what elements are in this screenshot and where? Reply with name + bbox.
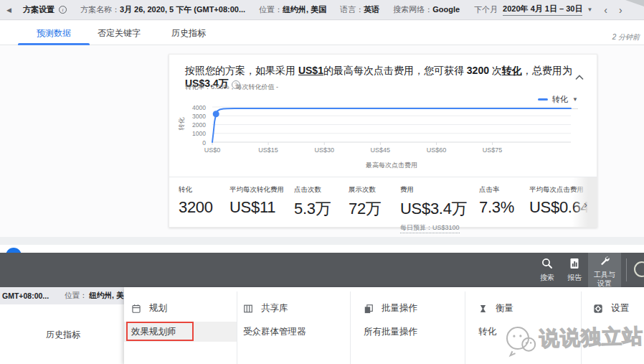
tools-label-line1: 工具与: [588, 271, 621, 279]
headline-cpc-value: US$1: [298, 65, 323, 76]
x-tick-label: US$0: [196, 146, 228, 154]
menu-header-label: 批量操作: [382, 302, 417, 314]
y-tick-label: 1000: [192, 130, 206, 137]
menu-item-audience-manager[interactable]: 受众群体管理器: [243, 326, 306, 338]
legend-label: 转化: [552, 94, 568, 105]
metric-conversions: 转化 3200: [179, 185, 213, 217]
page-title: 方案设置: [23, 4, 55, 15]
tab-bar: 预测数据 否定关键字 历史指标: [0, 21, 644, 45]
top-navigation-dark-bar: 搜索 报告 工具与 设置: [0, 253, 644, 287]
chart-y-ticks: 01000200030004000: [169, 107, 208, 145]
menu-item-all-bulk-actions[interactable]: 所有批量操作: [364, 326, 417, 338]
headline-text: 的最高每次点击费用，您可获得: [323, 65, 467, 76]
settings-icon: [593, 304, 603, 314]
y-tick-label: 3000: [192, 113, 206, 120]
x-tick-label: US$30: [308, 146, 340, 154]
plan-name-field[interactable]: 方案名称：3月 26, 2020, 5 下午 (GMT+08:00...: [80, 4, 245, 15]
y-tick-label: 4000: [192, 104, 206, 111]
background-topbar-strip: GMT+08:00... 位置： 纽约州, 美: [0, 287, 124, 304]
metric-label: 费用: [400, 185, 467, 195]
x-tick-label: US$15: [252, 146, 284, 154]
metric-clicks: 点击次数 5.3万: [294, 185, 331, 220]
stitch-strip-gray: [0, 237, 644, 245]
prev-icon[interactable]: ‹: [604, 6, 607, 14]
period-value: 2020年 4月 1日 – 30日: [503, 4, 582, 16]
menu-header-label: 规划: [149, 302, 167, 314]
tools-label-line2: 设置: [588, 279, 621, 287]
location-field[interactable]: 位置：纽约州, 美国: [259, 4, 326, 15]
plan-name-value: 3月 26, 2020, 5 下午 (GMT+08:00...: [120, 5, 245, 14]
metric-label: 展示次数: [349, 185, 382, 195]
metric-label: 平均每次转化费用: [229, 185, 284, 195]
network-value: Google: [432, 5, 460, 14]
metric-value: 5.3万: [294, 198, 331, 220]
metric-value: 72万: [349, 198, 382, 220]
metric-value: US$3.4万: [400, 198, 467, 220]
search-button[interactable]: 搜索: [534, 253, 561, 287]
language-field[interactable]: 语言：英语: [340, 4, 379, 15]
info-icon[interactable]: i: [59, 6, 67, 14]
metric-avg-cpa: 平均每次转化费用 US$11: [229, 185, 284, 217]
legend-dropdown-icon: ▼: [572, 96, 578, 103]
measurement-icon: [478, 304, 488, 314]
menu-header-label: 衡量: [496, 302, 513, 314]
daily-budget-note[interactable]: 每日预算：US$3100: [400, 223, 460, 233]
metric-label: 点击率: [479, 185, 514, 195]
menu-divider: [237, 291, 237, 364]
tab-history[interactable]: 历史指标: [160, 21, 217, 45]
tools-settings-button[interactable]: 工具与 设置: [588, 253, 621, 287]
menu-header-settings: 设置: [593, 302, 629, 314]
forecast-line-chart[interactable]: [212, 107, 571, 145]
calendar-dropdown-icon: ▼: [587, 6, 592, 13]
x-tick-label: US$60: [421, 146, 453, 154]
location-value: 纽约州, 美国: [283, 5, 326, 14]
y-tick-label: 2000: [192, 121, 206, 129]
active-tab-underline: [18, 43, 90, 45]
selected-point-dot[interactable]: [213, 111, 219, 117]
stitch-strip-white: [0, 245, 644, 253]
date-range-selector[interactable]: 下个月 2020年 4月 1日 – 30日 ▼: [474, 4, 592, 16]
background-location-value: 纽约州, 美: [90, 291, 124, 301]
menu-header-bulk-actions: 批量操作: [364, 302, 417, 314]
headline-text: 次: [489, 65, 502, 76]
search-icon: [541, 257, 554, 270]
chart-x-axis-title: 最高每次点击费用: [212, 161, 571, 170]
tools-settings-menu: 规划 效果规划师 共享库 受众群体管理器 批量操作 所有批量操作 衡量: [124, 287, 644, 364]
location-label: 位置：: [259, 5, 283, 14]
next-icon[interactable]: ›: [619, 6, 622, 14]
menu-header-label: 共享库: [261, 302, 288, 314]
background-gmt-text: GMT+08:00...: [2, 291, 49, 300]
tab-forecast[interactable]: 预测数据: [18, 21, 90, 45]
headline-conversions-value: 3200: [467, 65, 489, 76]
screen: ◀ 方案设置 i 方案名称：3月 26, 2020, 5 下午 (GMT+08:…: [0, 0, 644, 364]
metrics-next-icon[interactable]: ›: [584, 198, 587, 210]
headline-text: 按照您的方案，如果采用: [185, 65, 298, 76]
collapse-icon[interactable]: [575, 70, 584, 83]
menu-header-planning: 规划: [131, 302, 167, 314]
network-label: 搜索网络：: [393, 5, 432, 14]
report-button[interactable]: 报告: [561, 253, 588, 287]
forecast-card: 按照您的方案，如果采用 US$1的最高每次点击费用，您可获得 3200 次转化，…: [169, 54, 597, 228]
headline-conversion-word: 转化: [502, 65, 522, 76]
y-tick-label: 0: [202, 139, 206, 146]
language-label: 语言：: [340, 5, 364, 14]
language-value: 英语: [364, 5, 379, 14]
metrics-divider: [169, 177, 597, 177]
annotation-red-box: [126, 322, 194, 341]
menu-divider: [350, 291, 351, 364]
report-icon: [568, 257, 581, 270]
x-tick-label: US$45: [364, 146, 396, 154]
back-icon[interactable]: ◀: [6, 6, 11, 14]
metric-label: 转化: [179, 185, 213, 195]
bulk-actions-icon: [364, 304, 374, 314]
tab-negative-keywords[interactable]: 否定关键字: [90, 21, 148, 45]
planning-icon: [131, 304, 141, 314]
last-updated-text: 2 分钟前: [612, 32, 640, 42]
dock-divider: [626, 258, 627, 281]
menu-divider: [465, 291, 465, 364]
wrench-icon: [599, 255, 611, 267]
menu-header-label: 设置: [611, 302, 629, 314]
menu-item-conversions[interactable]: 转化: [478, 326, 496, 338]
network-field[interactable]: 搜索网络：Google: [393, 4, 460, 15]
search-label: 搜索: [534, 274, 561, 281]
